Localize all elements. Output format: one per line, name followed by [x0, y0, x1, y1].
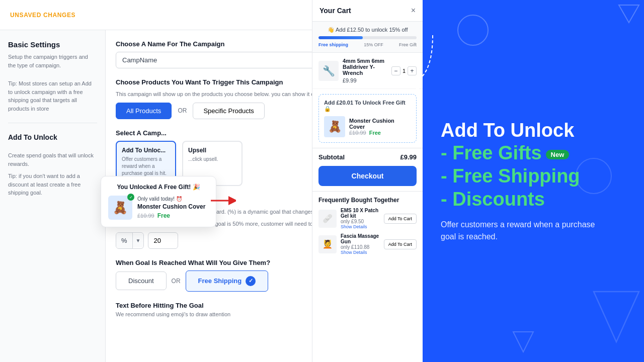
fbt-item-1-image: 🩹 — [318, 210, 337, 228]
fbt-item-2-price: only £110.88 — [341, 244, 380, 250]
marketing-headline: Add To Unlock - Free GiftsNew - Free Shi… — [441, 119, 626, 211]
cart-title: Your Cart — [319, 7, 351, 15]
unlock-title: Add £20.01 To Unlock Free Gift 🔒 — [324, 100, 411, 112]
marketing-panel: Add To Unlock - Free GiftsNew - Free Shi… — [423, 0, 644, 362]
cart-item-name: 4mm 5mm 6mm Balldriver Y-Wrench — [343, 58, 387, 76]
fbt-item-2-show-details[interactable]: Show Details — [341, 250, 380, 255]
gift-popup-image: 🧸 ✓ — [108, 196, 132, 220]
headline-free-gifts: - Free Gifts — [441, 142, 542, 163]
cart-subtotal: Subtotal £9.99 — [312, 148, 423, 166]
checkout-button[interactable]: Checkout — [318, 166, 417, 186]
fbt-item-1-show-details[interactable]: Show Details — [341, 224, 380, 229]
add-to-unlock-tip: Create spend goals that will unlock rewa… — [8, 151, 97, 168]
fbt-item-1-name: EMS 10 X Patch Gel kit — [341, 208, 380, 219]
headline-line-2: - Free GiftsNew — [441, 142, 626, 165]
fbt-item-2-add-button[interactable]: Add To Cart — [384, 239, 417, 249]
subtotal-amount: £9.99 — [400, 153, 417, 161]
free-shipping-button[interactable]: Free Shipping ✓ — [186, 270, 269, 292]
check-icon: ✓ — [246, 276, 256, 286]
gift-popup-name: Monster Cushion Cover — [137, 203, 209, 210]
unlock-section: Add £20.01 To Unlock Free Gift 🔒 🧸 Monst… — [318, 94, 417, 143]
basic-settings-desc: Setup the campaign triggers and the type… — [8, 53, 97, 69]
progress-label-shipping: Free shipping — [318, 42, 348, 47]
gift-popup-old-price: £10.99 — [137, 213, 154, 219]
fbt-item-2: 💆 Fascia Massage Gun only £110.88 Show D… — [318, 233, 417, 255]
cart-item-image: 🔧 — [318, 61, 339, 81]
or-reward-text: OR — [172, 278, 181, 285]
unlock-item-info: Monster Cushion Cover £10.99 Free — [349, 118, 411, 136]
unlock-item-image: 🧸 — [324, 116, 345, 137]
new-badge: New — [546, 150, 570, 160]
fbt-item-1-info: EMS 10 X Patch Gel kit only £9.50 Show D… — [341, 208, 380, 229]
all-products-button[interactable]: All Products — [116, 103, 172, 119]
progress-bar-fill — [318, 36, 363, 39]
gift-popup-prices: £10.99 Free — [137, 212, 209, 219]
card-title-upsell: Upsell — [188, 147, 236, 154]
gift-popup-validity: Only valid today! ⏰ — [137, 196, 209, 202]
unlock-free-label: Free — [369, 130, 381, 136]
headline-line-4: - Discounts — [441, 188, 626, 211]
or-text: OR — [178, 107, 187, 114]
fbt-item-1-price: only £9.50 — [341, 219, 380, 224]
gift-popup-free-label: Free — [157, 212, 170, 219]
dashed-arrow-decoration — [392, 30, 438, 93]
percent-select[interactable]: % ▼ — [116, 232, 144, 249]
editor-panel: UNSAVED CHANGES Discard Save Basic Setti… — [0, 0, 423, 362]
gift-popup-check-icon: ✓ — [127, 194, 134, 201]
unsaved-label: UNSAVED CHANGES — [10, 12, 75, 19]
cart-header: Your Cart × — [312, 0, 423, 22]
fbt-item-2-image: 💆 — [318, 235, 337, 253]
cart-item-price: £9.99 — [343, 77, 387, 83]
popup-arrow — [211, 196, 236, 208]
settings-sidebar: Basic Settings Setup the campaign trigge… — [0, 30, 106, 362]
card-title-unlock: Add To Unloc... — [122, 147, 170, 154]
discount-button[interactable]: Discount — [116, 272, 167, 290]
fbt-item-1-add-button[interactable]: Add To Cart — [384, 214, 417, 224]
basic-settings-title: Basic Settings — [8, 40, 97, 49]
headline-line-1: Add To Unlock — [441, 119, 626, 142]
fbt-title: Frequently Bought Together — [318, 197, 417, 204]
card-desc-upsell: ...click upsell. — [188, 156, 236, 163]
percent-arrow-icon[interactable]: ▼ — [133, 234, 144, 247]
progress-label-discount: 15% OFF — [364, 42, 383, 47]
fbt-item-2-name: Fascia Massage Gun — [341, 233, 380, 244]
specific-products-button[interactable]: Specific Products — [193, 103, 264, 119]
basic-settings-tip: Tip: Most stores can setup an Add to unl… — [8, 79, 97, 113]
gift-popup-info: Only valid today! ⏰ Monster Cushion Cove… — [137, 196, 209, 219]
percent-label: % — [116, 233, 133, 248]
spend-goal-input[interactable] — [148, 232, 178, 249]
headline-line-3: - Free Shipping — [441, 165, 626, 188]
gift-popup: You Unlocked A Free Gift! 🎉 🧸 ✓ Only val… — [101, 176, 216, 227]
marketing-subtext: Offer customers a reward when a purchase… — [441, 219, 602, 243]
card-desc-unlock: Offer customers a reward when a purchase… — [122, 156, 170, 177]
free-shipping-label: Free Shipping — [198, 277, 242, 285]
gift-popup-title: You Unlocked A Free Gift! 🎉 — [108, 184, 209, 191]
add-to-unlock-title: Add To Unlock — [8, 133, 97, 141]
sidebar-separator — [8, 123, 97, 123]
unlock-item-name: Monster Cushion Cover — [349, 118, 411, 130]
fbt-section: Frequently Bought Together 🩹 EMS 10 X Pa… — [312, 191, 423, 264]
subtotal-label: Subtotal — [318, 153, 345, 161]
unlock-old-price: £10.99 — [349, 130, 366, 136]
add-to-unlock-extra-tip: Tip: if you don't want to add a discount… — [8, 172, 97, 197]
gift-popup-item: 🧸 ✓ Only valid today! ⏰ Monster Cushion … — [108, 196, 209, 220]
cart-close-button[interactable]: × — [411, 6, 416, 15]
unlock-price-row: £10.99 Free — [349, 130, 411, 136]
cart-item-info: 4mm 5mm 6mm Balldriver Y-Wrench £9.99 — [343, 58, 387, 83]
fbt-item-2-info: Fascia Massage Gun only £110.88 Show Det… — [341, 233, 380, 255]
fbt-item-1: 🩹 EMS 10 X Patch Gel kit only £9.50 Show… — [318, 208, 417, 229]
svg-marker-8 — [415, 86, 420, 90]
unlock-item: 🧸 Monster Cushion Cover £10.99 Free — [324, 116, 411, 137]
